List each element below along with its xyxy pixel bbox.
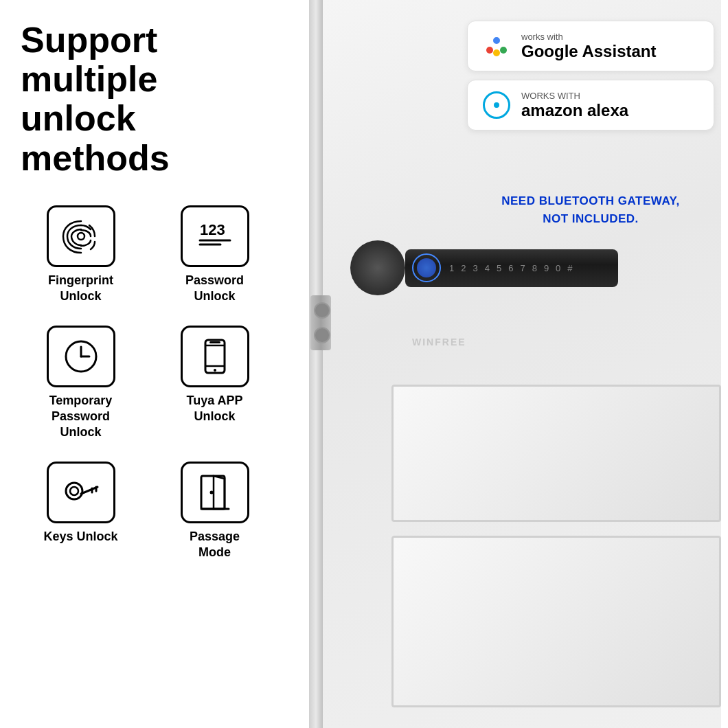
- svg-point-21: [486, 47, 493, 54]
- alexa-works-with: WORKS WITH: [521, 91, 628, 102]
- svg-line-14: [81, 487, 98, 494]
- keys-icon-box: [47, 462, 115, 523]
- svg-point-0: [78, 233, 84, 240]
- key-4: 4: [485, 263, 490, 273]
- key-icon: [60, 472, 102, 513]
- passage-icon-box: [181, 462, 249, 523]
- password-icon-box: 123: [181, 205, 249, 267]
- left-panel: Support multiple unlock methods: [0, 0, 288, 728]
- door-icon: [194, 472, 236, 513]
- method-keys: Keys Unlock: [21, 462, 141, 561]
- keys-label: Keys Unlock: [43, 529, 117, 545]
- key-0: 0: [556, 263, 560, 273]
- svg-rect-11: [209, 341, 220, 343]
- keypad-numbers: 1 2 3 4 5 6 7 8 9 0 #: [449, 263, 573, 273]
- amazon-alexa-badge: WORKS WITH amazon alexa: [467, 80, 714, 130]
- badges-container: works with Google Assistant WORKS WITH a…: [467, 21, 714, 130]
- right-panel: 1 2 3 4 5 6 7 8 9 0 # WINFREE: [288, 0, 728, 728]
- svg-point-24: [493, 37, 500, 44]
- svg-point-23: [500, 47, 507, 54]
- alexa-icon: [481, 90, 512, 120]
- key-hash: #: [567, 263, 572, 273]
- method-temp-password: TemporaryPasswordUnlock: [21, 326, 141, 441]
- bluetooth-notice: NEED BLUETOOTH GATEWAY,NOT INCLUDED.: [467, 192, 714, 227]
- method-fingerprint: FingerprintUnlock: [21, 205, 141, 305]
- smart-lock: 1 2 3 4 5 6 7 8 9 0 #: [350, 240, 618, 295]
- method-passage: PassageMode: [155, 462, 275, 561]
- google-assistant-badge: works with Google Assistant: [467, 21, 714, 71]
- key-8: 8: [532, 263, 537, 273]
- fingerprint-icon-box: [47, 205, 115, 267]
- unlock-methods-grid: FingerprintUnlock 123 PasswordUnlock: [21, 205, 275, 561]
- method-password: 123 PasswordUnlock: [155, 205, 275, 305]
- svg-point-13: [70, 487, 78, 495]
- lock-latch: [310, 295, 331, 350]
- google-icon: [481, 31, 512, 61]
- key-7: 7: [520, 263, 525, 273]
- alexa-circle: [483, 91, 510, 119]
- google-brand-name: Google Assistant: [521, 43, 656, 60]
- fingerprint-sensor-inner: [417, 258, 436, 277]
- fingerprint-label: FingerprintUnlock: [48, 273, 113, 305]
- alexa-brand-name: amazon alexa: [521, 102, 628, 120]
- svg-point-19: [209, 490, 213, 494]
- key-2: 2: [461, 263, 466, 273]
- lock-handle: 1 2 3 4 5 6 7 8 9 0 #: [405, 249, 618, 287]
- watermark: WINFREE: [412, 337, 466, 348]
- key-3: 3: [473, 263, 477, 273]
- method-tuya-app: Tuya APPUnlock: [155, 326, 275, 441]
- google-works-with: works with: [521, 32, 656, 43]
- svg-point-10: [214, 369, 216, 372]
- svg-text:123: 123: [200, 221, 225, 238]
- bluetooth-notice-text: NEED BLUETOOTH GATEWAY,NOT INCLUDED.: [467, 192, 714, 227]
- key-6: 6: [508, 263, 513, 273]
- passage-label: PassageMode: [190, 529, 240, 561]
- main-title: Support multiple unlock methods: [21, 21, 275, 178]
- door-frame: [309, 0, 323, 728]
- password-label: PasswordUnlock: [185, 273, 244, 305]
- main-container: Support multiple unlock methods: [0, 0, 728, 728]
- door-panel-bottom: [391, 536, 721, 707]
- alexa-badge-text: WORKS WITH amazon alexa: [521, 91, 628, 120]
- tuya-app-icon-box: [181, 326, 249, 387]
- temp-password-icon-box: [47, 326, 115, 387]
- password-icon: 123: [194, 216, 236, 257]
- key-9: 9: [544, 263, 549, 273]
- key-5: 5: [497, 263, 501, 273]
- svg-point-22: [493, 49, 500, 56]
- smartphone-icon: [194, 336, 236, 377]
- google-badge-text: works with Google Assistant: [521, 32, 656, 60]
- fingerprint-sensor: [412, 253, 441, 282]
- alexa-ring: [494, 102, 499, 108]
- tuya-app-label: Tuya APPUnlock: [186, 393, 242, 425]
- key-1: 1: [449, 263, 454, 273]
- svg-point-12: [66, 483, 82, 499]
- door-panel-top: [391, 385, 721, 522]
- temp-password-label: TemporaryPasswordUnlock: [49, 393, 113, 441]
- fingerprint-icon: [60, 216, 102, 257]
- lock-rose: [350, 240, 405, 295]
- clock-icon: [60, 336, 102, 377]
